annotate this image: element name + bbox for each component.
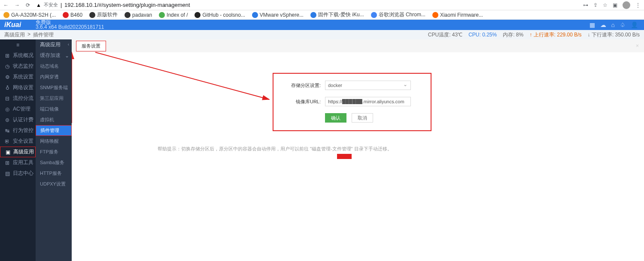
sidebar-item-behavior[interactable]: ↹行为管控 [0, 125, 36, 136]
secondary-sidebar: 高级应用 ‹ 缓存加速⌄ 动态域名 内网穿透 SNMP服务端 第三层应用 端口镜… [36, 39, 72, 261]
gear-icon: ⚙ [4, 74, 10, 80]
storage-label: 存储分区设置: [289, 82, 321, 89]
sidebar-item-flow[interactable]: ⊟流控分流 [0, 93, 36, 104]
sub-item-ddns[interactable]: 动态域名 [36, 61, 72, 72]
browser-actions: ⊶ ⇪ ☆ ▣ ⋮ [583, 1, 641, 9]
sub-item-samba[interactable]: Samba服务 [36, 157, 72, 168]
tools-icon: ⊞ [4, 160, 10, 166]
sub-item-plugin[interactable]: 插件管理 [36, 125, 72, 136]
sidebar-item-auth[interactable]: ⊜认证计费 [0, 114, 36, 125]
bookmarks-bar: GA-A320M-S2H (... B460 原版软件 padavan Inde… [0, 10, 644, 20]
log-icon: ▤ [4, 171, 10, 177]
bookmark-favicon [310, 12, 316, 18]
tab-bar: 服务设置 × [72, 39, 644, 52]
cloud-icon[interactable]: ☁ [600, 21, 606, 28]
chevron-left-icon[interactable]: ‹ [68, 42, 69, 47]
star-icon[interactable]: ☆ [603, 2, 608, 8]
chevron-down-icon: ⌄ [65, 53, 69, 59]
sidebar-item-monitor[interactable]: ◷状态监控 [0, 61, 36, 72]
cpu-usage: CPU: 0.25% [468, 32, 497, 38]
logo[interactable]: iKuai [0, 21, 36, 29]
share-icon[interactable]: ⇪ [593, 2, 598, 8]
bookmark-favicon [371, 12, 377, 18]
content-area: 服务设置 × 存储分区设置: docker 镜像库URL: 确认 取消 [72, 39, 644, 261]
sub-item-ftp[interactable]: FTP服务 [36, 147, 72, 157]
svg-line-0 [95, 52, 269, 99]
sub-item-l3[interactable]: 第三层应用 [36, 93, 72, 104]
forward-icon[interactable]: → [15, 2, 20, 8]
sidebar-item-tools[interactable]: ⊞应用工具 [0, 157, 36, 168]
flow-icon: ⊟ [4, 96, 10, 102]
sub-item-wol[interactable]: 网络唤醒 [36, 136, 72, 147]
sub-item-udpxy[interactable]: UDPXY设置 [36, 179, 72, 189]
address-bar[interactable]: ▲ 不安全 | 192.168.10.1/#/system-setting/pl… [36, 2, 577, 8]
sidebar-item-security[interactable]: ⛨安全设置 [0, 136, 36, 147]
bookmark-item[interactable]: 原版软件 [89, 11, 118, 18]
sidebar-toggle[interactable]: ≡ [0, 39, 36, 50]
sub-item-snmp[interactable]: SNMP服务端 [36, 82, 72, 93]
url-label: 镜像库URL: [289, 99, 321, 105]
sub-item-mirror[interactable]: 端口镜像 [36, 104, 72, 114]
bookmark-item[interactable]: B460 [63, 12, 82, 18]
sub-item-nat[interactable]: 内网穿透 [36, 72, 72, 82]
shield-icon: ⛨ [4, 138, 10, 144]
sidebar-item-network[interactable]: ♁网络设置 [0, 82, 36, 93]
primary-sidebar: ≡ ⊞系统概况 ◷状态监控 ⚙系统设置 ♁网络设置 ⊟流控分流 ◎AC管理 ⊜认… [0, 39, 36, 261]
sidebar-item-advanced[interactable]: ▣高级应用 [0, 147, 36, 157]
insecure-icon: ▲ [36, 2, 41, 8]
secondary-sidebar-title: 高级应用 ‹ [36, 39, 72, 50]
sidebar-item-system[interactable]: ⚙系统设置 [0, 72, 36, 82]
user-icon[interactable]: 👤 [631, 21, 638, 28]
redacted-mask [337, 154, 352, 159]
tab-service-settings[interactable]: 服务设置 [76, 41, 106, 51]
separator: | [61, 2, 62, 8]
bookmark-favicon [194, 12, 200, 18]
bookmark-favicon [159, 12, 165, 18]
storage-select[interactable]: docker [325, 81, 411, 90]
bookmark-favicon [63, 12, 69, 18]
auth-icon: ⊜ [4, 117, 10, 123]
back-icon[interactable]: ← [3, 2, 9, 8]
home-icon[interactable]: ⌂ [611, 21, 615, 28]
mirror-url-input[interactable] [325, 97, 411, 106]
menu-icon[interactable]: ⋮ [635, 2, 641, 8]
monitor-icon: ◷ [4, 63, 10, 69]
download-rate: ↓ 下行速率: 350.00 B/s [588, 31, 640, 39]
bookmark-item[interactable]: VMware vSphere... [252, 12, 304, 18]
sidebar-item-logs[interactable]: ▤日志中心 [0, 168, 36, 179]
dashboard-icon: ⊞ [4, 53, 10, 59]
bookmark-item[interactable]: 固件下载-爱快 iKu... [310, 11, 364, 18]
upload-rate: ↑ 上行速率: 229.00 B/s [529, 31, 581, 39]
breadcrumb: 高级应用>插件管理 [4, 31, 54, 39]
status-bar: 高级应用>插件管理 CPU温度: 43℃ CPU: 0.25% 内存: 8% ↑… [0, 30, 644, 39]
key-icon[interactable]: ⊶ [583, 2, 588, 8]
help-hint: 帮助提示：切换存储分区后，原分区中的容器会自动停用，用户可以前往 "磁盘管理-文… [158, 146, 392, 152]
sub-item-vm[interactable]: 虚拟机 [36, 114, 72, 125]
reload-icon[interactable]: ⟳ [26, 2, 30, 8]
close-icon[interactable]: × [636, 43, 639, 49]
bell-icon[interactable]: ♤ [620, 21, 626, 28]
bookmark-item[interactable]: padavan [125, 12, 152, 18]
sidebar-item-ac[interactable]: ◎AC管理 [0, 104, 36, 114]
bookmark-item[interactable]: 谷歌浏览器 Chrom... [371, 11, 425, 18]
bookmark-item[interactable]: Index of / [159, 12, 188, 18]
bookmark-item[interactable]: GitHub - coolsno... [194, 12, 245, 18]
sub-item-cache[interactable]: 缓存加速⌄ [36, 50, 72, 61]
grid-icon[interactable]: ▦ [589, 21, 595, 28]
network-icon: ♁ [4, 85, 10, 91]
sub-item-http[interactable]: HTTP服务 [36, 168, 72, 179]
bookmark-item[interactable]: GA-A320M-S2H (... [3, 12, 56, 18]
ac-icon: ◎ [4, 106, 10, 112]
sidebar-item-overview[interactable]: ⊞系统概况 [0, 50, 36, 61]
cancel-button[interactable]: 取消 [352, 113, 373, 123]
bookmark-favicon [89, 12, 95, 18]
url-text: 192.168.10.1/#/system-setting/plugin-man… [64, 2, 190, 8]
bookmark-favicon [432, 12, 438, 18]
confirm-button[interactable]: 确认 [325, 113, 346, 123]
app-header: iKuai 免费版 3.6.4 x64 Build202205181711 ▦ … [0, 20, 644, 30]
extensions-icon[interactable]: ▣ [613, 2, 617, 8]
bookmark-item[interactable]: Xiaomi Firmware... [432, 12, 483, 18]
profile-avatar[interactable] [623, 1, 630, 9]
bookmark-favicon [252, 12, 258, 18]
mem-usage: 内存: 8% [503, 31, 523, 39]
